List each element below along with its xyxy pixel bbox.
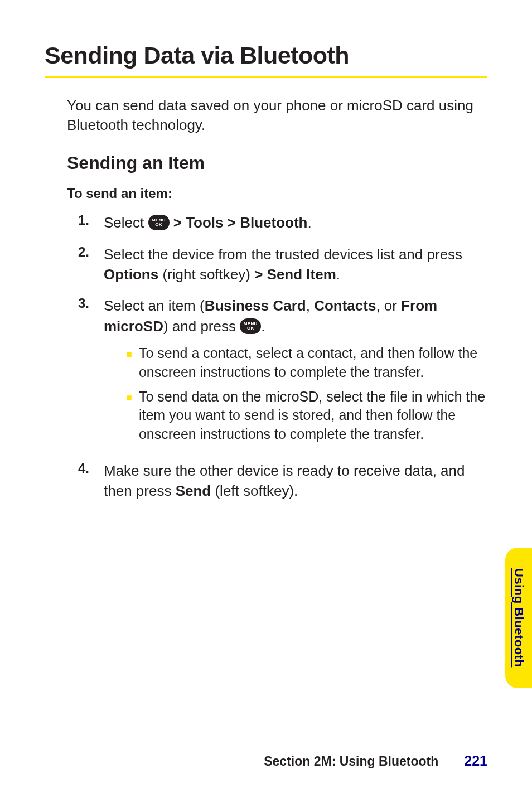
text: Select the device from the trusted devic… bbox=[104, 246, 462, 263]
menu-ok-icon: MENUOK bbox=[240, 318, 261, 334]
sub-bullet: ■ To send a contact, select a contact, a… bbox=[126, 344, 487, 382]
page-title: Sending Data via Bluetooth bbox=[45, 42, 487, 78]
icon-bottom: OK bbox=[155, 223, 162, 227]
text: (right softkey) bbox=[158, 266, 254, 283]
bold: > Send Item bbox=[254, 266, 336, 283]
steps-list: 1. Select MENUOK > Tools > Bluetooth. 2.… bbox=[78, 212, 487, 501]
text: (left softkey). bbox=[211, 482, 298, 499]
side-tab: Using Bluetooth bbox=[505, 548, 532, 688]
footer-section: Section 2M: Using Bluetooth bbox=[264, 754, 438, 769]
text: ) and press bbox=[163, 318, 240, 335]
step-body: Make sure the other device is ready to r… bbox=[104, 461, 487, 501]
lead-text: To send an item: bbox=[67, 186, 487, 201]
text: , or bbox=[376, 297, 401, 314]
bullet-text: To send a contact, select a contact, and… bbox=[139, 344, 487, 382]
step-body: Select MENUOK > Tools > Bluetooth. bbox=[104, 212, 487, 233]
bold-path: > Tools > Bluetooth bbox=[170, 214, 308, 231]
footer-page-number: 221 bbox=[464, 753, 487, 769]
bold: Send bbox=[176, 482, 211, 499]
text: Select an item ( bbox=[104, 297, 205, 314]
step-2: 2. Select the device from the trusted de… bbox=[78, 244, 487, 285]
bullet-icon: ■ bbox=[126, 391, 132, 404]
intro-paragraph: You can send data saved on your phone or… bbox=[67, 96, 487, 135]
step-number: 3. bbox=[78, 296, 104, 311]
step-3: 3. Select an item (Business Card, Contac… bbox=[78, 296, 487, 449]
text: . bbox=[261, 318, 265, 335]
step-number: 1. bbox=[78, 212, 104, 228]
footer: Section 2M: Using Bluetooth 221 bbox=[0, 753, 532, 769]
step-number: 2. bbox=[78, 244, 104, 260]
bold: Contacts bbox=[314, 297, 376, 314]
bullet-icon: ■ bbox=[126, 347, 132, 361]
sub-bullet-list: ■ To send a contact, select a contact, a… bbox=[126, 344, 487, 444]
subheading: Sending an Item bbox=[67, 153, 487, 173]
side-tab-label: Using Bluetooth bbox=[511, 568, 526, 667]
bullet-text: To send data on the microSD, select the … bbox=[139, 388, 487, 444]
menu-ok-icon: MENUOK bbox=[148, 215, 170, 230]
step-1: 1. Select MENUOK > Tools > Bluetooth. bbox=[78, 212, 487, 233]
bold: Business Card bbox=[205, 297, 306, 314]
step-body: Select an item (Business Card, Contacts,… bbox=[104, 296, 487, 449]
step-body: Select the device from the trusted devic… bbox=[104, 244, 487, 285]
text: , bbox=[306, 297, 314, 314]
bold: Options bbox=[104, 266, 158, 283]
text: . bbox=[307, 214, 311, 231]
step-4: 4. Make sure the other device is ready t… bbox=[78, 461, 487, 501]
text: . bbox=[336, 266, 340, 283]
step-number: 4. bbox=[78, 461, 104, 476]
sub-bullet: ■ To send data on the microSD, select th… bbox=[126, 388, 487, 444]
icon-bottom: OK bbox=[247, 326, 254, 331]
text: Select bbox=[104, 214, 148, 231]
